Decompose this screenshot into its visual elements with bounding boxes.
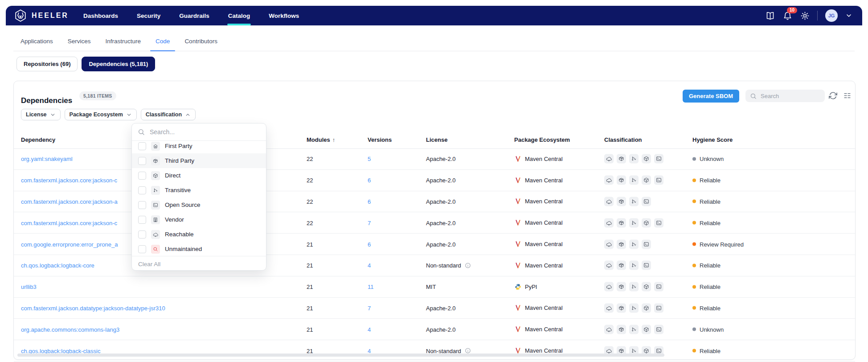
dependency-link[interactable]: com.fasterxml.jackson.datatype:jackson-d…: [21, 304, 165, 311]
column-header-package-ecosystem[interactable]: Package Ecosystem: [514, 136, 570, 143]
modules-cell: 22: [307, 177, 313, 184]
dropdown-option-vendor[interactable]: Vendor: [132, 212, 266, 227]
tab-infrastructure[interactable]: Infrastructure: [105, 31, 142, 51]
nav-item-dashboards[interactable]: Dashboards: [83, 6, 118, 25]
nav-item-security[interactable]: Security: [137, 6, 160, 25]
maven-icon: [514, 219, 521, 226]
column-header-classification[interactable]: Classification: [604, 136, 642, 143]
dependency-link[interactable]: ch.qos.logback:logback-core: [21, 262, 94, 269]
dependency-link[interactable]: com.google.errorprone:error_prone_a: [21, 241, 118, 247]
table-search[interactable]: [745, 90, 825, 102]
dependency-link[interactable]: com.fasterxml.jackson.core:jackson-a: [21, 198, 118, 205]
dependency-link[interactable]: urllib3: [21, 284, 37, 290]
versions-cell: 11: [368, 284, 374, 290]
checkbox-reachable[interactable]: [138, 230, 146, 239]
table-search-input[interactable]: [760, 92, 820, 100]
open-source-icon: [654, 303, 663, 313]
dependency-link[interactable]: com.fasterxml.jackson.core:jackson-c: [21, 219, 117, 226]
info-icon[interactable]: [465, 348, 471, 354]
tab-services[interactable]: Services: [67, 31, 92, 51]
transitive-icon: [629, 176, 639, 185]
versions-cell: 6: [368, 177, 371, 184]
classification-badges: [604, 197, 651, 206]
columns-settings-icon[interactable]: [843, 91, 852, 100]
refresh-icon[interactable]: [829, 91, 838, 100]
versions-link[interactable]: 4: [368, 347, 371, 354]
dropdown-search[interactable]: [132, 123, 266, 141]
modules-count: 21: [307, 347, 313, 354]
nav-item-catalog[interactable]: Catalog: [228, 6, 250, 25]
versions-link[interactable]: 6: [368, 177, 371, 184]
dropdown-option-direct[interactable]: Direct: [132, 168, 266, 183]
transitive-icon: [629, 197, 639, 206]
column-header-dependency[interactable]: Dependency: [21, 136, 55, 143]
versions-link[interactable]: 6: [368, 198, 371, 205]
column-header-license[interactable]: License: [426, 136, 447, 143]
tab-contributors[interactable]: Contributors: [184, 31, 218, 51]
docs-book-icon[interactable]: [765, 11, 775, 21]
versions-link[interactable]: 4: [368, 262, 371, 269]
dropdown-option-third-party[interactable]: Third Party: [132, 153, 266, 168]
checkbox-vendor[interactable]: [138, 216, 146, 224]
brand[interactable]: HEELER: [14, 9, 69, 22]
ecosystem-label: Maven Central: [525, 241, 563, 247]
tab-applications[interactable]: Applications: [20, 31, 54, 51]
pill-dependencies-5-181[interactable]: Dependencies (5,181): [82, 57, 155, 71]
tab-code[interactable]: Code: [150, 31, 175, 51]
open-source-icon: [151, 201, 160, 210]
column-header-modules[interactable]: Modules↑: [307, 136, 335, 143]
dependency-link[interactable]: org.apache.commons:commons-lang3: [21, 326, 119, 333]
checkbox-first-party[interactable]: [138, 142, 146, 150]
dropdown-search-input[interactable]: [149, 128, 260, 136]
user-menu-chevron-down-icon[interactable]: [845, 12, 852, 19]
versions-link[interactable]: 7: [368, 219, 371, 226]
hygiene-cell: Reliable: [692, 304, 721, 311]
versions-link[interactable]: 7: [368, 304, 371, 311]
ecosystem-label: PyPI: [525, 284, 537, 290]
dropdown-option-unmaintained[interactable]: Unmaintained: [132, 242, 266, 256]
license-cell: Apache-2.0: [426, 198, 456, 205]
user-avatar[interactable]: JG: [825, 9, 838, 22]
filter-license[interactable]: License: [21, 109, 61, 120]
checkbox-unmaintained[interactable]: [138, 245, 146, 253]
dropdown-option-transitive[interactable]: Transitive: [132, 183, 266, 197]
checkbox-transitive[interactable]: [138, 186, 146, 194]
column-header-versions[interactable]: Versions: [368, 136, 392, 143]
checkbox-direct[interactable]: [138, 172, 146, 180]
pill-repositories-69[interactable]: Repositories (69): [16, 57, 78, 71]
checkbox-open-source[interactable]: [138, 201, 146, 209]
nav-item-guardrails[interactable]: Guardrails: [179, 6, 209, 25]
filter-package-ecosystem[interactable]: Package Ecosystem: [65, 109, 137, 120]
column-header-hygiene-score[interactable]: Hygiene Score: [692, 136, 733, 143]
versions-link[interactable]: 6: [368, 241, 371, 247]
versions-link[interactable]: 11: [368, 284, 374, 290]
filter-classification[interactable]: Classification: [141, 109, 196, 120]
license-cell: Apache-2.0: [426, 241, 456, 247]
license-cell: Apache-2.0: [426, 177, 456, 184]
dropdown-option-label: Unmaintained: [165, 246, 202, 252]
filter-label: Classification: [146, 111, 182, 118]
direct-icon: [642, 282, 651, 292]
dropdown-option-label: Reachable: [165, 231, 194, 238]
dropdown-option-reachable[interactable]: Reachable: [132, 227, 266, 242]
dropdown-option-label: Direct: [165, 172, 180, 179]
license-cell: Apache-2.0: [426, 326, 456, 333]
dependency-link[interactable]: ch.qos.logback:logback-classic: [21, 347, 100, 354]
checkbox-third-party[interactable]: [138, 157, 146, 165]
dependency-link[interactable]: org.yaml:snakeyaml: [21, 156, 73, 162]
nav-item-workflows[interactable]: Workflows: [269, 6, 299, 25]
versions-link[interactable]: 5: [368, 156, 371, 162]
clear-all-button[interactable]: Clear All: [132, 256, 266, 271]
generate-sbom-button[interactable]: Generate SBOM: [683, 90, 739, 103]
dropdown-option-open-source[interactable]: Open Source: [132, 197, 266, 212]
dropdown-option-first-party[interactable]: First Party: [132, 141, 266, 153]
reachable-icon: [604, 197, 614, 206]
modules-cell: 21: [307, 284, 313, 290]
dependency-link[interactable]: com.fasterxml.jackson.core:jackson-c: [21, 177, 117, 184]
third-party-icon: [617, 218, 626, 227]
info-icon[interactable]: [465, 262, 471, 268]
notifications-bell-icon[interactable]: 10: [782, 11, 792, 21]
versions-link[interactable]: 4: [368, 326, 371, 333]
horizontal-scrollbar[interactable]: [17, 354, 664, 357]
settings-gear-icon[interactable]: [800, 11, 810, 21]
